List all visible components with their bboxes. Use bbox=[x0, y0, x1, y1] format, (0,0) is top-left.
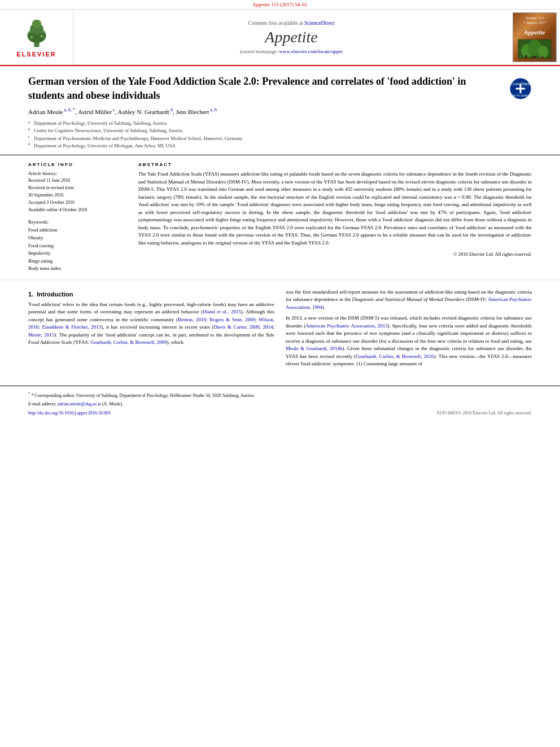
elsevier-wordmark: ELSEVIER bbox=[16, 51, 56, 58]
footnote-star: * * Corresponding author. University of … bbox=[28, 391, 532, 399]
journal-title: Appetite bbox=[265, 28, 317, 46]
journal-header: ELSEVIER Contents lists available at Sci… bbox=[0, 10, 560, 66]
article-title-section: German version of the Yale Food Addictio… bbox=[0, 66, 560, 155]
elsevier-logo-area: ELSEVIER bbox=[0, 10, 73, 65]
intro-para-1: 'Food addiction' refers to the idea that… bbox=[28, 301, 274, 347]
affil-c: c Department of Psychosomatic Medicine a… bbox=[28, 134, 532, 142]
citation-bar: Appetite 115 (2017) 54–61 bbox=[0, 0, 560, 10]
svg-point-4 bbox=[30, 36, 33, 38]
ref-meule-gearhardt[interactable]: Meule & Gearhardt, 2014b bbox=[286, 346, 342, 351]
keyword-6: Body mass index bbox=[28, 265, 127, 273]
author-1: Adrian Meule bbox=[28, 108, 63, 115]
svg-point-6 bbox=[28, 30, 31, 33]
intro-heading-text: 1. Introduction bbox=[28, 291, 73, 298]
sciencedirect-link[interactable]: ScienceDirect bbox=[304, 20, 334, 26]
ref-davis[interactable]: Davis & Carter, 2009, 2014 bbox=[214, 324, 273, 330]
affiliations: a Department of Psychology, University o… bbox=[28, 120, 532, 149]
author-email-link[interactable]: adrian.meule@sbg.ac.at bbox=[58, 401, 101, 407]
article-main-title: German version of the Yale Food Addictio… bbox=[28, 75, 509, 103]
body-content: 1. Introduction 'Food addiction' refers … bbox=[0, 280, 560, 380]
article-dates: Received 11 June 2016 Received in revise… bbox=[28, 177, 127, 213]
author-2-sup: c bbox=[112, 107, 115, 112]
copyright-line: © 2016 Elsevier Ltd. All rights reserved… bbox=[138, 251, 532, 257]
author-2: Astrid Müller bbox=[78, 108, 112, 115]
keyword-3: Food craving bbox=[28, 242, 127, 250]
journal-info-center: Contents lists available at ScienceDirec… bbox=[73, 10, 509, 65]
abstract-text: The Yale Food Addiction Scale (YFAS) mea… bbox=[138, 171, 532, 247]
ref-rogers[interactable]: Rogers & Smit, 2000 bbox=[209, 317, 255, 322]
affil-b: b Centre for Cognitive Neuroscience, Uni… bbox=[28, 127, 532, 134]
author-3: Ashley N. Gearhardt bbox=[118, 108, 169, 115]
ref-meule[interactable]: Meule, 2015 bbox=[28, 332, 54, 338]
elsevier-logo: ELSEVIER bbox=[16, 18, 56, 58]
author-4: Jens Blechert bbox=[176, 108, 209, 115]
ref-gearhardt-2009[interactable]: Gearhardt, Corbin, & Brownell, 2009 bbox=[90, 339, 167, 345]
keyword-4: Impulsivity bbox=[28, 250, 127, 257]
cover-image bbox=[518, 39, 552, 59]
date-revised-label: Received in revised form bbox=[28, 185, 127, 192]
ref-gearhardt-2016[interactable]: Gearhardt, Corbin, & Brownell, 2016 bbox=[356, 353, 434, 359]
cover-top-text: Volume 1151 August 2017 bbox=[523, 16, 546, 25]
svg-point-11 bbox=[538, 46, 548, 58]
author-1-sup: a, b, * bbox=[63, 107, 75, 112]
abstract-label: ABSTRACT bbox=[138, 162, 532, 167]
keywords-label: Keywords: bbox=[28, 219, 127, 225]
svg-rect-14 bbox=[541, 56, 544, 58]
body-right-col: was the first standardized self-report m… bbox=[286, 289, 532, 372]
keyword-1: Food addiction bbox=[28, 226, 127, 234]
authors-line: Adrian Meule a, b, *, Astrid Müller c, A… bbox=[28, 107, 532, 115]
journal-homepage: journal homepage: www.elsevier.com/locat… bbox=[240, 49, 343, 54]
journal-homepage-link[interactable]: www.elsevier.com/locate/appet bbox=[279, 49, 343, 54]
abstract-column: ABSTRACT The Yale Food Addiction Scale (… bbox=[138, 162, 532, 273]
journal-cover-area: Volume 1151 August 2017 Appetite bbox=[509, 10, 560, 65]
svg-rect-13 bbox=[533, 56, 536, 58]
date-received: Received 11 June 2016 bbox=[28, 177, 127, 185]
author-3-sup: d bbox=[169, 107, 173, 112]
ref-ziauddeen[interactable]: Ziauddeen & Fletcher, 2013 bbox=[42, 324, 101, 330]
crossmark-badge-icon: CrossMark click for updates bbox=[509, 77, 532, 100]
article-info-abstract: ARTICLE INFO Article history: Received 1… bbox=[0, 155, 560, 280]
affil-a: a Department of Psychology, University o… bbox=[28, 120, 532, 127]
svg-text:click for updates: click for updates bbox=[511, 94, 530, 97]
article-history: Article history: Received 11 June 2016 R… bbox=[28, 171, 127, 213]
article-title-row: German version of the Yale Food Addictio… bbox=[28, 75, 532, 103]
page: Appetite 115 (2017) 54–61 EL bbox=[0, 0, 560, 747]
date-online: Available online 4 October 2016 bbox=[28, 207, 127, 214]
footer-links: http://dx.doi.org/10.1016/j.appet.2016.1… bbox=[28, 410, 532, 416]
elsevier-tree-icon bbox=[17, 18, 56, 49]
contents-line: Contents lists available at ScienceDirec… bbox=[248, 20, 334, 26]
affil-d: d Department of Psychology, University o… bbox=[28, 142, 532, 149]
article-info-column: ARTICLE INFO Article history: Received 1… bbox=[28, 162, 127, 273]
date-revised: 30 September 2016 bbox=[28, 192, 127, 199]
intro-heading: 1. Introduction bbox=[28, 291, 274, 298]
issn-text: 0195-6663/© 2016 Elsevier Ltd. All right… bbox=[438, 410, 532, 416]
ref-benton[interactable]: Benton, 2010 bbox=[178, 317, 206, 322]
history-label: Article history: bbox=[28, 171, 127, 176]
date-accepted: Accepted 3 October 2016 bbox=[28, 199, 127, 207]
article-info-label: ARTICLE INFO bbox=[28, 162, 127, 167]
right-para-2: In 2013, a new version of the DSM (DSM-5… bbox=[286, 314, 532, 368]
cover-journal-title: Appetite bbox=[524, 29, 545, 36]
appetite-cover-image: Volume 1151 August 2017 Appetite bbox=[513, 12, 557, 62]
keywords-section: Keywords: Food addiction Obesity Food cr… bbox=[28, 219, 127, 273]
keyword-5: Binge eating bbox=[28, 257, 127, 265]
footer: * * Corresponding author. University of … bbox=[0, 386, 560, 420]
body-two-col: 1. Introduction 'Food addiction' refers … bbox=[28, 289, 532, 372]
author-4-sup: a, b bbox=[209, 107, 217, 112]
keyword-2: Obesity bbox=[28, 234, 127, 242]
doi-link[interactable]: http://dx.doi.org/10.1016/j.appet.2016.1… bbox=[28, 410, 111, 416]
cover-art-icon bbox=[518, 40, 551, 58]
svg-point-7 bbox=[42, 30, 45, 33]
svg-point-5 bbox=[40, 34, 43, 38]
body-left-col: 1. Introduction 'Food addiction' refers … bbox=[28, 289, 274, 372]
svg-rect-12 bbox=[525, 55, 527, 58]
footnote-email: E-mail address: adrian.meule@sbg.ac.at (… bbox=[28, 401, 532, 408]
right-para-1: was the first standardized self-report m… bbox=[286, 289, 532, 312]
ref-apa-2013[interactable]: American Psychiatric Association, 2013 bbox=[305, 323, 388, 329]
ref-ifland[interactable]: Ifland et al., 2015 bbox=[203, 309, 241, 314]
citation-text: Appetite 115 (2017) 54–61 bbox=[252, 2, 307, 7]
svg-point-3 bbox=[32, 19, 41, 28]
